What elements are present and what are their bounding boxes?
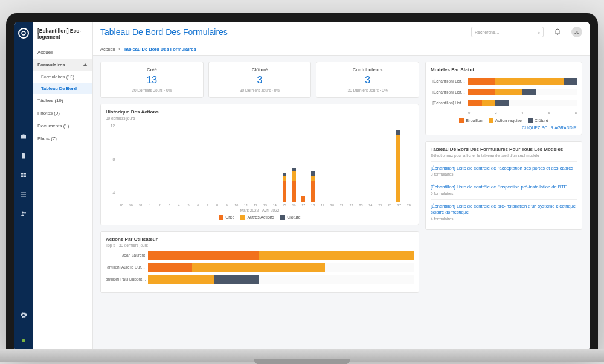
stat-card: Contributeurs 3 30 Derniers Jours · 0% xyxy=(316,62,419,98)
stat-sub: 30 Derniers Jours · 0% xyxy=(106,88,198,92)
status-chart-card: Modèles Par Statut [Échantillon] List… [… xyxy=(425,62,582,135)
notifications-icon[interactable] xyxy=(552,27,563,37)
users-chart-subtitle: Top 5 - 30 derniers jours xyxy=(106,243,414,247)
page-title: Tableau De Bord Des Formulaires xyxy=(100,27,228,37)
status-chart-title: Modèles Par Statut xyxy=(431,67,577,72)
nav-grid-icon[interactable] xyxy=(20,171,27,180)
users-chart-title: Actions Par Utilisateur xyxy=(106,237,414,242)
stat-sub: 30 Derniers Jours · 0% xyxy=(214,88,306,92)
sidebar-item-accueil[interactable]: Accueil xyxy=(33,46,92,59)
model-count: 6 formulaires xyxy=(431,191,577,196)
nav-people-icon[interactable] xyxy=(20,210,27,219)
topbar: Tableau De Bord Des Formulaires Recherch… xyxy=(93,22,590,43)
breadcrumb: Accueil › Tableau De Bord Des Formulaire… xyxy=(93,43,590,56)
model-link[interactable]: [Échantillon] Liste de contrôle de pré-i… xyxy=(431,203,577,216)
expand-link[interactable]: CLIQUEZ POUR AGRANDIR xyxy=(431,126,577,130)
settings-icon[interactable] xyxy=(20,311,27,320)
model-name: [Échantillon] List… xyxy=(431,101,468,105)
user-name: antillon] Paul Dupont… xyxy=(106,277,148,281)
model-list-item[interactable]: [Échantillon] Liste de contrôle de l'ins… xyxy=(431,180,577,199)
models-list-hint: Sélectionnez pour afficher le tableau de… xyxy=(431,153,577,158)
sidebar-item-plans[interactable]: Plans (7) xyxy=(33,132,92,145)
user-avatar[interactable]: JL xyxy=(571,27,582,37)
stat-value: 13 xyxy=(106,72,198,88)
legend-item: Brouillon xyxy=(459,118,482,123)
nav-file-icon[interactable] xyxy=(20,152,27,161)
stat-card: Créé 13 30 Derniers Jours · 0% xyxy=(100,62,204,98)
model-list-item[interactable]: [Échantillon] Liste de contrôle de pré-i… xyxy=(431,199,577,225)
user-bar-row: antillon] Paul Dupont… xyxy=(106,275,414,284)
legend-item: Action requise xyxy=(489,118,522,123)
search-icon: ⌕ xyxy=(538,30,540,34)
crumb-home[interactable]: Accueil xyxy=(100,46,115,52)
chart-bar xyxy=(301,196,305,201)
user-bar-row: Jean Laurent xyxy=(106,251,414,260)
stat-label: Clôturé xyxy=(214,67,306,72)
svg-point-1 xyxy=(22,211,24,213)
model-link[interactable]: [Échantillon] Liste de contrôle de l'ins… xyxy=(431,184,577,190)
svg-point-2 xyxy=(24,212,26,214)
chart-bar xyxy=(311,171,315,202)
user-name: Jean Laurent xyxy=(106,253,148,257)
svg-point-3 xyxy=(22,339,25,342)
stat-label: Contributeurs xyxy=(321,67,414,72)
app-iconbar xyxy=(14,22,33,351)
sidebar-sub-tableau[interactable]: Tableau De Bord xyxy=(33,83,92,94)
model-count: 4 formulaires xyxy=(431,217,577,221)
svg-point-0 xyxy=(22,31,25,35)
sidebar-item-documents[interactable]: Documents (1) xyxy=(33,120,92,132)
sidebar-item-formulaires[interactable]: Formulaires xyxy=(33,59,92,71)
chevron-right-icon: › xyxy=(118,46,120,52)
project-name: [Échantillon] Eco-logement xyxy=(33,22,92,46)
model-count: 3 formulaires xyxy=(431,172,577,176)
stat-label: Créé xyxy=(106,67,198,72)
chart-bar xyxy=(283,173,286,201)
history-chart-title: Historique Des Actions xyxy=(106,109,414,115)
nav-briefcase-icon[interactable] xyxy=(20,133,27,141)
sidebar-sub-formulaires[interactable]: Formulaires (13) xyxy=(33,71,92,83)
chart-bar xyxy=(292,168,296,202)
users-chart-card: Actions Par Utilisateur Top 5 - 30 derni… xyxy=(100,231,419,293)
chart-bar xyxy=(396,130,400,202)
stat-value: 3 xyxy=(214,72,306,88)
status-bar-row: [Échantillon] List… xyxy=(431,100,577,106)
stat-card: Clôturé 3 30 Derniers Jours · 0% xyxy=(208,62,312,98)
model-link[interactable]: [Échantillon] Liste de contrôle de l'acc… xyxy=(431,165,577,171)
history-chart-card: Historique Des Actions 30 derniers jours… xyxy=(100,104,419,225)
model-list-item[interactable]: [Échantillon] Liste de contrôle de l'acc… xyxy=(431,161,577,180)
models-list-title: Tableau De Bord Des Formulaires Pour Tou… xyxy=(431,147,577,152)
app-logo[interactable] xyxy=(18,28,29,39)
legend-item: Créé xyxy=(219,215,234,220)
search-input[interactable]: Recherche… ⌕ xyxy=(471,27,544,37)
user-bar-row: antillon] Aurélie Dur… xyxy=(106,263,414,272)
stat-sub: 30 Derniers Jours · 0% xyxy=(321,88,414,92)
history-xlabel: Mars 2022 - Avril 2022 xyxy=(106,208,414,212)
status-bar-row: [Échantillon] List… xyxy=(431,89,577,95)
crumb-current: Tableau De Bord Des Formulaires xyxy=(124,46,196,52)
chevron-up-icon xyxy=(83,63,88,66)
model-name: [Échantillon] List… xyxy=(431,90,468,94)
status-dot-icon xyxy=(20,337,27,345)
legend-item: Clôturé xyxy=(528,118,548,123)
legend-item: Clôturé xyxy=(280,215,301,220)
model-name: [Échantillon] List… xyxy=(431,79,468,83)
project-sidebar: [Échantillon] Eco-logement Accueil Formu… xyxy=(33,22,93,351)
nav-list-icon[interactable] xyxy=(20,191,27,199)
stat-value: 3 xyxy=(321,72,414,88)
status-bar-row: [Échantillon] List… xyxy=(431,78,577,85)
models-list-card: Tableau De Bord Des Formulaires Pour Tou… xyxy=(425,141,582,230)
sidebar-item-photos[interactable]: Photos (9) xyxy=(33,107,92,120)
sidebar-item-taches[interactable]: Tâches (19) xyxy=(33,94,92,107)
history-chart-subtitle: 30 derniers jours xyxy=(106,116,414,120)
user-name: antillon] Aurélie Dur… xyxy=(106,265,148,269)
legend-item: Autres Actions xyxy=(240,215,274,220)
